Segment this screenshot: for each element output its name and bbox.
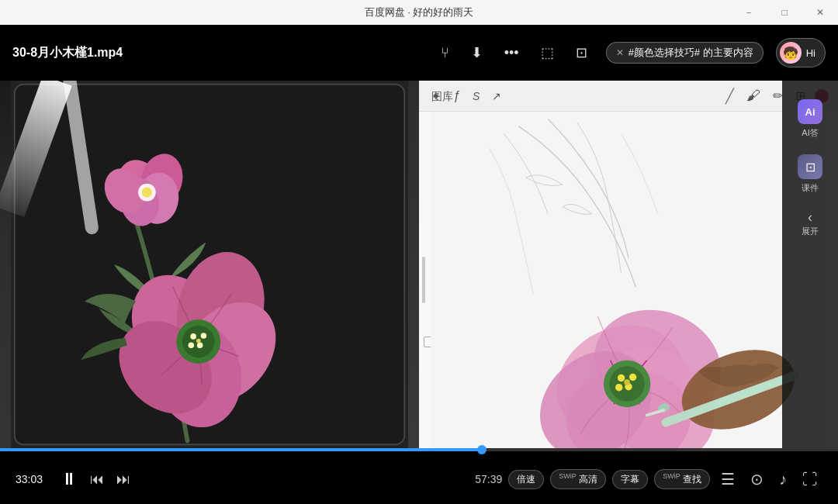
- cast-icon[interactable]: ⬚: [538, 41, 557, 64]
- svg-point-38: [615, 384, 622, 391]
- side-panel: Ai AI答 ⊡ 课件 ‹ 展开: [782, 81, 838, 448]
- canvas-svg: [419, 112, 838, 448]
- svg-point-39: [624, 379, 630, 385]
- svg-point-26: [196, 339, 201, 343]
- progress-played: [0, 448, 482, 451]
- playlist-icon[interactable]: ☰: [716, 467, 739, 492]
- minimize-button[interactable]: －: [731, 0, 767, 25]
- svg-point-22: [190, 333, 196, 340]
- ai-label: AI答: [802, 127, 818, 139]
- maximize-button[interactable]: □: [767, 0, 802, 25]
- controls-row: 33:03 ⏸ ⏮ ⏭ 57:39 倍速 SWiP 高清 字幕 SWiP 查找 …: [0, 454, 838, 504]
- svg-point-24: [197, 342, 203, 348]
- tag-pill[interactable]: ✕ #颜色选择技巧# 的主要内容: [606, 42, 764, 64]
- gallery-label[interactable]: 图库: [428, 88, 456, 105]
- top-toolbar: 30-8月小木槿1.mp4 ⑂ ⬇ ••• ⬚ ⊡ ✕ #颜色选择技巧# 的主要…: [0, 25, 838, 81]
- drawing-toolbar: 图库 ✦ ƒ S ↗ ╱ 🖌 ✏ ⊞: [419, 81, 838, 112]
- lesson-icon: ⊡: [798, 154, 822, 179]
- prev-button[interactable]: ⏮: [87, 468, 107, 491]
- crop-icon[interactable]: ⊡: [573, 41, 590, 64]
- tool4-icon[interactable]: ↗: [489, 88, 504, 104]
- brush-tool-icon[interactable]: ╱: [722, 86, 737, 106]
- quality-button[interactable]: SWiP 高清: [550, 469, 606, 489]
- progress-bar[interactable]: [0, 448, 838, 451]
- ai-icon: Ai: [798, 99, 822, 124]
- search-button[interactable]: SWiP 查找: [654, 469, 710, 489]
- expand-label: 展开: [802, 226, 819, 237]
- avatar: 🧒: [780, 42, 802, 64]
- time-total: 57:39: [466, 473, 502, 485]
- tag-text: #颜色选择技巧# 的主要内容: [628, 46, 753, 60]
- lesson-label: 课件: [802, 182, 819, 194]
- right-panel: 图库 ✦ ƒ S ↗ ╱ 🖌 ✏ ⊞: [419, 81, 838, 448]
- close-button[interactable]: ✕: [802, 0, 838, 25]
- svg-point-9: [142, 187, 152, 197]
- svg-point-35: [618, 375, 625, 381]
- window-controls: － □ ✕: [731, 0, 838, 25]
- svg-point-23: [201, 333, 207, 339]
- tool3-icon[interactable]: S: [469, 88, 483, 104]
- lesson-button[interactable]: ⊡ 课件: [787, 148, 833, 200]
- next-button[interactable]: ⏭: [113, 468, 133, 491]
- ai-answer-button[interactable]: Ai AI答: [787, 93, 833, 145]
- volume-icon[interactable]: ♪: [774, 468, 791, 492]
- video-content: 图库 ✦ ƒ S ↗ ╱ 🖌 ✏ ⊞: [0, 81, 838, 448]
- toolbar-icons: ⑂ ⬇ ••• ⬚ ⊡: [438, 41, 590, 64]
- share-icon[interactable]: ⑂: [438, 42, 452, 64]
- user-label: Hi: [806, 47, 815, 59]
- more-icon[interactable]: •••: [501, 42, 522, 64]
- svg-point-25: [189, 342, 195, 348]
- photo-background: [0, 81, 419, 448]
- time-played: 33:03: [16, 473, 51, 485]
- svg-point-36: [629, 374, 636, 381]
- download-icon[interactable]: ⬇: [468, 41, 486, 64]
- pause-button[interactable]: ⏸: [57, 466, 81, 492]
- settings-icon[interactable]: ⊙: [746, 467, 768, 492]
- drawing-canvas: [419, 112, 838, 448]
- tablet-frame: 图库 ✦ ƒ S ↗ ╱ 🖌 ✏ ⊞: [419, 81, 838, 448]
- flower-photo-svg: [0, 81, 419, 448]
- fullscreen-icon[interactable]: ⛶: [798, 468, 822, 492]
- window-title: 百度网盘 · 好的好的雨天: [365, 5, 474, 19]
- user-button[interactable]: 🧒 Hi: [776, 38, 826, 67]
- video-area: 30-8月小木槿1.mp4 ⑂ ⬇ ••• ⬚ ⊡ ✕ #颜色选择技巧# 的主要…: [0, 25, 838, 504]
- bottom-controls: 33:03 ⏸ ⏮ ⏭ 57:39 倍速 SWiP 高清 字幕 SWiP 查找 …: [0, 448, 838, 504]
- progress-dot[interactable]: [477, 445, 487, 454]
- file-title: 30-8月小木槿1.mp4: [12, 45, 123, 61]
- tag-close-icon[interactable]: ✕: [616, 47, 624, 58]
- expand-button[interactable]: ‹ 展开: [787, 203, 833, 243]
- subtitle-button[interactable]: 字幕: [612, 470, 648, 489]
- titlebar: 百度网盘 · 好的好的雨天 － □ ✕: [0, 0, 838, 25]
- expand-icon: ‹: [808, 209, 812, 226]
- ink-tool-icon[interactable]: 🖌: [743, 86, 764, 105]
- left-panel: [0, 81, 419, 448]
- speed-button[interactable]: 倍速: [508, 470, 544, 489]
